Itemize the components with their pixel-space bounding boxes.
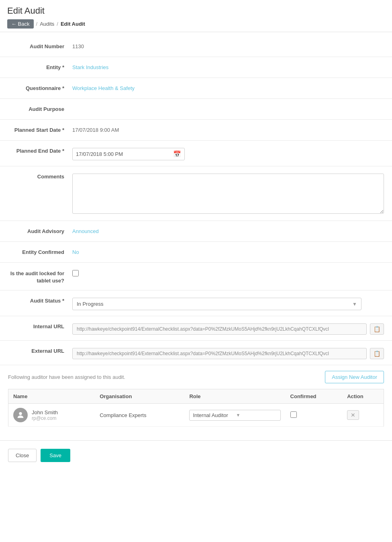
locked-field (72, 268, 384, 278)
auditor-organisation: Compliance Experts (95, 404, 184, 427)
external-url-row: External URL http://hawkeye/checkpoint91… (0, 341, 392, 365)
audit-status-label: Audit Status * (8, 296, 72, 304)
audit-status-field: In Progress Completed Cancelled Pending … (72, 296, 384, 310)
breadcrumb: ← Back / Audits / Edit Audit (7, 19, 385, 29)
internal-url-copy-button[interactable]: 📋 (370, 323, 384, 335)
page-header: Edit Audit ← Back / Audits / Edit Audit (0, 0, 392, 32)
entity-confirmed-label: Entity Confirmed (8, 247, 72, 255)
questionnaire-value: Workplace Health & Safety (72, 84, 384, 91)
audit-status-select-wrapper[interactable]: In Progress Completed Cancelled Pending … (72, 298, 361, 310)
external-url-field: http://hawkeye/checkpoint914/ExternalChe… (72, 346, 384, 359)
assign-new-auditor-button[interactable]: Assign New Auditor (325, 371, 384, 383)
col-header-role: Role (184, 389, 285, 404)
calendar-icon[interactable]: 📅 (173, 150, 181, 158)
breadcrumb-sep-1: / (36, 21, 38, 27)
auditor-table: Name Organisation Role Confirmed Action (8, 389, 384, 427)
questionnaire-label: Questionnaire * (8, 84, 72, 91)
close-button[interactable]: Close (8, 449, 37, 462)
planned-end-date-input-wrapper[interactable]: 📅 (72, 148, 185, 160)
audit-advisory-label: Audit Advisory (8, 227, 72, 234)
col-header-name: Name (8, 389, 95, 404)
avatar (13, 408, 28, 422)
role-select-arrow-icon: ▼ (233, 413, 243, 417)
status-select-arrow-icon: ▼ (348, 301, 361, 307)
entity-label: Entity * (8, 63, 72, 70)
page-title: Edit Audit (7, 6, 385, 16)
external-url-value: http://hawkeye/checkpoint914/ExternalChe… (72, 348, 367, 359)
audit-status-row: Audit Status * In Progress Completed Can… (0, 290, 392, 316)
entity-value: Stark Industries (72, 63, 384, 70)
auditor-notice-text: Following auditor have been assigned to … (8, 374, 125, 380)
questionnaire-row: Questionnaire * Workplace Health & Safet… (0, 78, 392, 99)
role-select[interactable]: Internal AuditorLead AuditorExternal Aud… (190, 410, 233, 420)
planned-start-date-label: Planned Start Date * (8, 125, 72, 133)
comments-field (72, 172, 384, 215)
form-container: Audit Number 1130 Entity * Stark Industr… (0, 32, 392, 436)
locked-checkbox[interactable] (72, 270, 79, 276)
entity-row: Entity * Stark Industries (0, 57, 392, 78)
locked-label: Is the audit locked for tablet use? (8, 268, 72, 284)
audit-purpose-label: Audit Purpose (8, 104, 72, 112)
planned-start-date-row: Planned Start Date * 17/07/2018 9:00 AM (0, 120, 392, 141)
planned-end-date-label: Planned End Date * (8, 146, 72, 154)
auditor-role-cell: Internal AuditorLead AuditorExternal Aud… (184, 404, 285, 427)
role-select-wrapper[interactable]: Internal AuditorLead AuditorExternal Aud… (189, 410, 280, 421)
auditor-action-cell: ✕ (342, 404, 384, 427)
auditor-email: rp@ce.com (32, 415, 58, 421)
entity-confirmed-row: Entity Confirmed No (0, 242, 392, 263)
external-url-copy-button[interactable]: 📋 (370, 348, 384, 359)
table-header-row: Name Organisation Role Confirmed Action (8, 389, 384, 404)
col-header-confirmed: Confirmed (286, 389, 343, 404)
locked-row: Is the audit locked for tablet use? (0, 263, 392, 290)
audit-number-row: Audit Number 1130 (0, 36, 392, 57)
col-header-action: Action (342, 389, 384, 404)
table-row: John Smith rp@ce.com Compliance ExpertsI… (8, 404, 384, 427)
svg-point-0 (19, 412, 22, 415)
back-button[interactable]: ← Back (7, 19, 34, 29)
internal-url-value: http://hawkeye/checkpoint914/ExternalChe… (72, 323, 367, 335)
entity-confirmed-value: No (72, 247, 384, 255)
comments-row: Comments (0, 166, 392, 221)
internal-url-row: Internal URL http://hawkeye/checkpoint91… (0, 316, 392, 341)
remove-auditor-button[interactable]: ✕ (347, 410, 359, 420)
breadcrumb-audits: Audits (40, 21, 54, 27)
audit-advisory-row: Audit Advisory Announced (0, 221, 392, 242)
external-url-label: External URL (8, 346, 72, 354)
audit-number-value: 1130 (72, 42, 384, 49)
breadcrumb-current: Edit Audit (61, 21, 85, 27)
auditor-section: Following auditor have been assigned to … (0, 365, 392, 432)
auditor-name-cell-0: John Smith rp@ce.com (8, 404, 95, 427)
comments-label: Comments (8, 172, 72, 180)
confirmed-checkbox[interactable] (290, 411, 297, 418)
save-button[interactable]: Save (41, 449, 70, 462)
col-header-organisation: Organisation (95, 389, 184, 404)
audit-purpose-row: Audit Purpose (0, 99, 392, 120)
internal-url-field: http://hawkeye/checkpoint914/ExternalChe… (72, 322, 384, 335)
planned-end-date-input[interactable] (76, 151, 173, 157)
internal-url-wrapper: http://hawkeye/checkpoint914/ExternalChe… (72, 323, 384, 335)
auditor-confirmed-cell (286, 404, 343, 427)
external-url-wrapper: http://hawkeye/checkpoint914/ExternalChe… (72, 348, 384, 359)
auditor-notice: Following auditor have been assigned to … (8, 371, 384, 383)
audit-purpose-value (72, 104, 384, 106)
auditor-name: John Smith (32, 409, 58, 415)
breadcrumb-sep-2: / (57, 21, 58, 27)
planned-end-date-row: Planned End Date * 📅 (0, 141, 392, 166)
audit-advisory-value: Announced (72, 227, 384, 234)
comments-textarea[interactable] (72, 174, 384, 214)
form-footer: Close Save (0, 440, 392, 470)
audit-number-label: Audit Number (8, 42, 72, 49)
planned-end-date-field: 📅 (72, 146, 384, 160)
planned-start-date-value: 17/07/2018 9:00 AM (72, 125, 384, 133)
audit-status-select[interactable]: In Progress Completed Cancelled Pending (73, 298, 348, 310)
internal-url-label: Internal URL (8, 322, 72, 329)
